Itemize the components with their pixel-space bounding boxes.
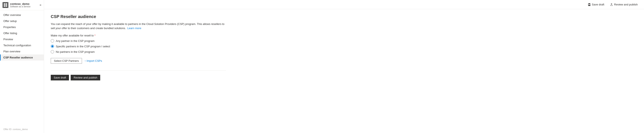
description-text: You can expand the reach of your offer b… [51, 22, 226, 30]
brand-name: contoso_demo [10, 2, 30, 6]
save-draft-topbar-label: Save draft [592, 3, 604, 6]
brand-subtitle: Software as a Service [10, 6, 30, 8]
radio-specific-partners[interactable]: Specific partners in the CSP program I s… [51, 44, 226, 48]
svg-rect-2 [4, 5, 5, 7]
review-publish-topbar-label: Review and publish [614, 3, 638, 6]
topbar: Save draft Review and publish [44, 0, 644, 9]
sidebar: contoso_demo Software as a Service ≡ Off… [0, 0, 44, 133]
sidebar-item-offer-listing[interactable]: Offer listing [0, 30, 44, 36]
save-draft-topbar-button[interactable]: Save draft [586, 2, 606, 7]
svg-rect-0 [4, 3, 5, 5]
app-logo [2, 2, 8, 8]
field-label: Make my offer available for resell to * [51, 34, 226, 37]
sidebar-item-offer-overview[interactable]: Offer overview [0, 12, 44, 18]
svg-rect-1 [6, 3, 7, 5]
review-publish-button[interactable]: Review and publish [71, 75, 100, 80]
resell-radio-group: Any partner in the CSP program Specific … [51, 39, 226, 54]
page-title: CSP Reseller audience [51, 14, 226, 19]
content-area: CSP Reseller audience You can expand the… [44, 9, 233, 86]
section-divider [51, 70, 226, 70]
radio-no-partners[interactable]: No partners in the CSP program [51, 50, 226, 54]
sidebar-item-properties[interactable]: Properties [0, 24, 44, 30]
svg-rect-6 [588, 5, 590, 6]
publish-icon [610, 3, 613, 6]
radio-any-partner-input[interactable] [51, 39, 54, 42]
learn-more-link[interactable]: Learn more [127, 26, 141, 30]
sidebar-nav: Offer overview Offer setup Properties Of… [0, 10, 44, 126]
radio-specific-partners-input[interactable] [51, 44, 54, 48]
sidebar-footer: Offer ID: contoso_demo [0, 126, 44, 133]
sidebar-item-technical-configuration[interactable]: Technical configuration [0, 42, 44, 48]
save-draft-button[interactable]: Save draft [51, 75, 69, 80]
radio-any-partner[interactable]: Any partner in the CSP program [51, 39, 226, 42]
select-csp-partners-button[interactable]: Select CSP Partners [51, 58, 82, 64]
sidebar-item-preview[interactable]: Preview [0, 36, 44, 42]
collapse-button[interactable]: ≡ [40, 3, 41, 7]
radio-no-partners-input[interactable] [51, 50, 54, 54]
sidebar-item-plan-overview[interactable]: Plan overview [0, 48, 44, 54]
review-publish-topbar-button[interactable]: Review and publish [609, 2, 639, 7]
svg-rect-5 [589, 3, 590, 4]
sidebar-header: contoso_demo Software as a Service ≡ [0, 0, 44, 10]
main-content: Save draft Review and publish CSP Resell… [44, 0, 644, 133]
save-icon [588, 3, 591, 6]
sidebar-item-csp-reseller-audience[interactable]: CSP Reseller audience [0, 54, 44, 60]
radio-any-partner-label: Any partner in the CSP program [56, 40, 94, 42]
offer-id-label: Offer ID: contoso_demo [3, 128, 28, 130]
csp-action-row: Select CSP Partners ↑ Import CSPs [51, 58, 226, 64]
svg-rect-3 [6, 5, 7, 7]
required-indicator: * [94, 34, 96, 37]
sidebar-item-offer-setup[interactable]: Offer setup [0, 18, 44, 24]
brand-info: contoso_demo Software as a Service [10, 2, 30, 8]
radio-specific-partners-label: Specific partners in the CSP program I s… [56, 45, 110, 48]
bottom-action-buttons: Save draft Review and publish [51, 75, 226, 80]
radio-no-partners-label: No partners in the CSP program [56, 50, 94, 54]
import-csps-link[interactable]: ↑ Import CSPs [84, 59, 102, 62]
